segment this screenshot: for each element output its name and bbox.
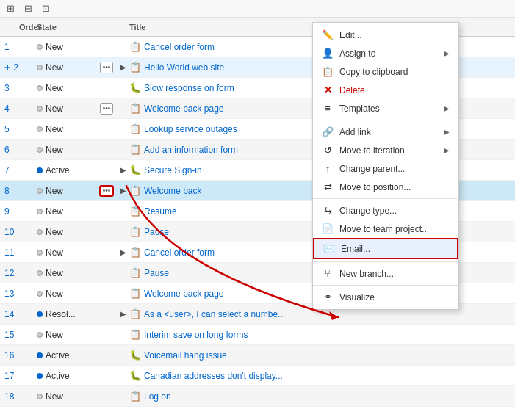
menu-item-changeparent[interactable]: ↑ Change parent...	[313, 159, 458, 178]
table-row[interactable]: 15 New 📋Interim save on long forms	[0, 325, 515, 345]
row-order: 8	[0, 186, 37, 196]
menu-item-delete[interactable]: ✕ Delete	[313, 81, 458, 99]
state-dot	[37, 352, 43, 358]
menu-separator	[313, 285, 458, 286]
row-order: 1	[0, 42, 37, 52]
assign-icon: 👤	[322, 48, 334, 59]
menu-item-movetoteam[interactable]: 📄 Move to team project...	[313, 220, 458, 238]
row-title: 🐛Voicemail hang issue	[129, 350, 515, 361]
menu-item-label: New branch...	[339, 269, 450, 279]
row-state: New	[37, 62, 96, 73]
row-order: 17	[0, 371, 37, 381]
submenu-arrow: ▶	[444, 49, 450, 57]
menu-item-changetype[interactable]: ⇆ Change type...	[313, 201, 458, 220]
email-icon: ✉️	[323, 243, 335, 254]
row-dots-cell[interactable]: •••	[96, 62, 118, 73]
row-order: 11	[0, 247, 37, 258]
work-item-icon: 📋	[129, 247, 141, 258]
state-dot	[37, 291, 43, 297]
state-dot	[37, 85, 43, 91]
edit-icon: ✏️	[322, 29, 334, 40]
state-dot	[37, 167, 43, 173]
row-state: Active	[37, 371, 96, 381]
row-order: 12	[0, 268, 37, 278]
state-dot	[37, 250, 43, 256]
table-row[interactable]: 16 Active 🐛Voicemail hang issue	[0, 345, 515, 366]
work-item-icon: 📋	[129, 226, 141, 237]
work-item-icon: 🐛	[129, 164, 141, 175]
menu-item-label: Copy to clipboard	[339, 67, 450, 77]
state-dot	[37, 270, 43, 276]
menu-item-label: Templates	[339, 104, 438, 114]
menu-item-label: Add link	[339, 127, 438, 137]
row-state: Resol...	[37, 309, 96, 319]
menu-item-edit[interactable]: ✏️ Edit...	[313, 26, 458, 44]
row-title: 📋Log on	[129, 391, 515, 402]
addlink-icon: 🔗	[322, 126, 334, 137]
menu-item-label: Email...	[341, 244, 448, 254]
row-state: New	[37, 227, 96, 237]
state-dot	[37, 394, 43, 399]
row-order: 10	[0, 227, 37, 237]
menu-item-visualize[interactable]: ⚭ Visualize	[313, 288, 458, 306]
state-dot	[37, 332, 43, 338]
row-dots-cell[interactable]: •••	[96, 185, 118, 197]
row-order: +2	[0, 62, 37, 73]
table-row[interactable]: 18 New 📋Log on	[0, 386, 515, 407]
dots-button[interactable]: •••	[100, 62, 114, 73]
row-state: New	[37, 206, 96, 217]
state-dot	[37, 106, 43, 112]
menu-item-label: Visualize	[339, 292, 450, 303]
menu-item-copy[interactable]: 📋 Copy to clipboard	[313, 62, 458, 81]
visualize-icon: ⚭	[322, 292, 334, 303]
row-order: 15	[0, 330, 37, 340]
toolbar-btn-3[interactable]: ⊡	[38, 1, 53, 16]
work-item-icon: 📋	[129, 308, 141, 319]
state-dot	[37, 188, 43, 194]
header-order: Order	[0, 23, 37, 32]
changeparent-icon: ↑	[322, 163, 334, 174]
menu-item-label: Change parent...	[339, 164, 450, 174]
menu-item-templates[interactable]: ≡ Templates ▶	[313, 99, 458, 117]
toolbar-btn-1[interactable]: ⊞	[3, 1, 18, 16]
row-arrow-cell: ▶	[118, 248, 129, 256]
row-state: New	[37, 391, 96, 402]
toolbar-btn-2[interactable]: ⊟	[21, 1, 35, 16]
row-state: Active	[37, 165, 96, 175]
row-arrow-cell: ▶	[118, 166, 129, 174]
state-dot	[37, 147, 43, 153]
row-dots-cell[interactable]: •••	[96, 103, 118, 115]
table-row[interactable]: 17 Active 🐛Canadian addresses don't disp…	[0, 366, 515, 386]
work-item-icon: 🐛	[129, 350, 141, 361]
row-state: Active	[37, 350, 96, 361]
row-state: New	[37, 330, 96, 340]
menu-item-label: Move to team project...	[339, 224, 450, 234]
work-item-icon: 🐛	[129, 370, 141, 381]
menu-item-newbranch[interactable]: ⑂ New branch...	[313, 264, 458, 283]
work-item-icon: 🐛	[129, 82, 141, 93]
row-order: 6	[0, 145, 37, 155]
menu-item-moveposition[interactable]: ⇄ Move to position...	[313, 178, 458, 196]
add-icon[interactable]: +	[4, 62, 10, 73]
submenu-arrow: ▶	[444, 146, 450, 154]
dots-button[interactable]: •••	[100, 103, 114, 115]
row-title: 🐛Canadian addresses don't display...	[129, 370, 515, 381]
work-item-icon: 📋	[129, 206, 141, 217]
state-dot	[37, 44, 43, 50]
row-order: 16	[0, 350, 37, 361]
copy-icon: 📋	[322, 66, 334, 77]
dots-button[interactable]: •••	[99, 185, 115, 197]
row-arrow-cell: ▶	[118, 63, 129, 71]
menu-separator	[313, 198, 458, 199]
menu-item-addlink[interactable]: 🔗 Add link ▶	[313, 123, 458, 141]
work-item-icon: 📋	[129, 123, 141, 134]
work-item-icon: 📋	[129, 185, 141, 196]
row-state: New	[37, 145, 96, 155]
row-state: New	[37, 104, 96, 114]
menu-item-email[interactable]: ✉️ Email...	[313, 238, 458, 259]
work-item-icon: 📋	[129, 103, 141, 114]
row-order: 13	[0, 289, 37, 299]
changetype-icon: ⇆	[322, 205, 334, 216]
menu-item-assign[interactable]: 👤 Assign to ▶	[313, 44, 458, 62]
menu-item-moveiteration[interactable]: ↺ Move to iteration ▶	[313, 141, 458, 159]
